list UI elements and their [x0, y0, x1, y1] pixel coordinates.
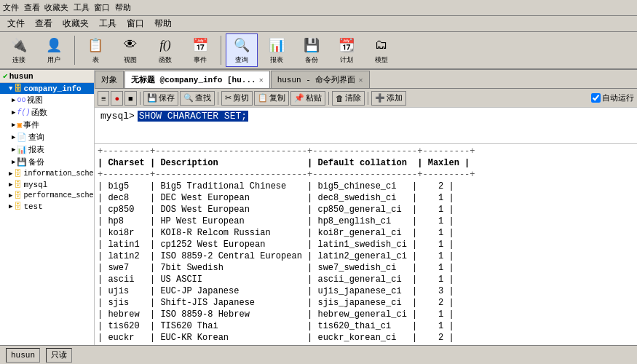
menu-file[interactable]: 文件: [3, 16, 29, 31]
tab-query-label: 无标题 @company_info [hu...: [131, 74, 256, 85]
btn-cut[interactable]: ✂ 剪切: [221, 91, 253, 106]
auto-run-checkbox[interactable]: [591, 93, 601, 103]
btn-paste[interactable]: 📌 粘贴: [290, 91, 325, 106]
btn-function[interactable]: f() 函数: [149, 33, 181, 67]
copy-label: 复制: [269, 92, 285, 103]
db-icon: 🗄: [14, 84, 22, 93]
btn-query[interactable]: 🔍 查询: [226, 33, 258, 67]
paste-icon: 📌: [294, 93, 304, 103]
func-icon: f(): [17, 108, 30, 116]
btn-schedule[interactable]: 📆 计划: [331, 33, 363, 67]
sidebar-sub-backup[interactable]: ▶ 💾 备份: [0, 156, 94, 168]
table-row: | koi8r | KOI8-R Relcom Russian | koi8r_…: [98, 227, 634, 239]
backup-sq-icon: 💾: [17, 157, 27, 167]
menu-view[interactable]: 查看: [31, 16, 57, 31]
menu-help[interactable]: 帮助: [150, 16, 176, 31]
btn-table[interactable]: 📋 表: [79, 33, 111, 67]
table-row: | dec8 | DEC West European | dec8_swedis…: [98, 192, 634, 204]
btn-stop[interactable]: ■: [124, 91, 137, 106]
table-row: | tis620 | TIS620 Thai | tis620_thai_ci …: [98, 320, 634, 332]
tab-query[interactable]: 无标题 @company_info [hu... ✕: [124, 71, 270, 88]
find-label: 查找: [195, 92, 211, 103]
clear-label: 清除: [345, 92, 361, 103]
tab-console-close-icon[interactable]: ✕: [358, 76, 363, 84]
sidebar-sub-event[interactable]: ▶ ▣ 事件: [0, 119, 94, 131]
caret-query: ▶: [12, 133, 15, 141]
menu-favorites[interactable]: 收藏夹: [58, 16, 93, 31]
btn-event-label: 事件: [194, 55, 207, 65]
caret-backup: ▶: [12, 158, 15, 166]
caret-report: ▶: [12, 146, 15, 154]
add-icon: ➕: [375, 93, 385, 103]
btn-add[interactable]: ➕ 添加: [371, 91, 406, 106]
status-readonly: 只读: [46, 348, 72, 363]
btn-menu[interactable]: ≡: [98, 91, 109, 106]
sidebar-db-perf[interactable]: ▶ 🗄 performance_schema: [0, 190, 94, 201]
db-icon-mysql: 🗄: [14, 180, 22, 189]
sidebar-report-label: 报表: [28, 144, 44, 155]
db-caret-info: ▶: [9, 170, 12, 178]
sidebar-db-company[interactable]: ▼ 🗄 company_info: [0, 83, 94, 94]
btn-save[interactable]: 💾 保存: [143, 91, 178, 106]
sidebar-sub-function[interactable]: ▶ f() 函数: [0, 106, 94, 119]
btn-copy[interactable]: 📋 复制: [254, 91, 289, 106]
menu-window[interactable]: 窗口: [122, 16, 149, 31]
btn-table-label: 表: [92, 55, 99, 65]
btn-clear[interactable]: 🗑 清除: [332, 91, 365, 106]
sidebar-db-mysql[interactable]: ▶ 🗄 mysql: [0, 179, 94, 190]
btn-query-label: 查询: [235, 55, 248, 65]
table-row: | swe7 | 7bit Swedish | swe7_swedish_ci …: [98, 262, 634, 274]
caret-view: ▶: [12, 96, 15, 104]
btn-model-label: 模型: [375, 55, 388, 65]
t2-sep-2: [218, 92, 218, 105]
db-caret-perf: ▶: [9, 191, 12, 199]
sidebar-db-company-label: company_info: [23, 84, 81, 93]
db-icon-perf: 🗄: [14, 191, 22, 200]
sidebar-db-test[interactable]: ▶ 🗄 test: [0, 201, 94, 212]
btn-backup[interactable]: 💾 备份: [296, 33, 328, 67]
result-sep-header: +---------+-----------------------------…: [98, 169, 634, 181]
oo-icon: oo: [17, 96, 25, 104]
query-area: 对象 无标题 @company_info [hu... ✕ husun - 命令…: [95, 70, 637, 345]
t2-sep-4: [368, 92, 368, 105]
btn-user[interactable]: 👤 用户: [38, 33, 70, 67]
toolbar-sep-2: [221, 36, 221, 65]
sidebar-connection[interactable]: ✔ husun: [0, 70, 94, 83]
sidebar-db-test-label: test: [23, 202, 42, 211]
table-row: | latin2 | ISO 8859-2 Central European |…: [98, 250, 634, 262]
tab-objects[interactable]: 对象: [95, 71, 124, 88]
connect-icon: 🔌: [10, 36, 28, 54]
schedule-icon: 📆: [338, 36, 355, 54]
btn-find[interactable]: 🔍 查找: [180, 91, 215, 106]
auto-run-label: 自动运行: [602, 92, 634, 103]
db-icon-info: 🗄: [14, 169, 22, 178]
table-row: | sjis | Shift-JIS Japanese | sjis_japan…: [98, 297, 634, 309]
menu-tools[interactable]: 工具: [95, 16, 121, 31]
paste-label: 粘贴: [306, 92, 322, 103]
save-icon: 💾: [147, 93, 157, 103]
btn-view[interactable]: 👁 视图: [114, 33, 146, 67]
btn-connect[interactable]: 🔌 连接: [3, 33, 35, 67]
btn-event[interactable]: 📅 事件: [184, 33, 216, 67]
menu-icon: ≡: [101, 94, 106, 103]
btn-dot-red[interactable]: ●: [111, 91, 123, 106]
btn-report[interactable]: 📊 报表: [261, 33, 293, 67]
sql-command[interactable]: SHOW CHARACTER SET;: [138, 111, 248, 122]
btn-report-label: 报表: [270, 55, 283, 65]
tab-close-icon[interactable]: ✕: [259, 76, 264, 84]
caret-func: ▶: [12, 108, 15, 116]
table-row: | ascii | US ASCII | ascii_general_ci | …: [98, 274, 634, 285]
sidebar-sub-query[interactable]: ▶ 📄 查询: [0, 131, 94, 143]
sidebar-db-perf-label: performance_schema: [23, 191, 94, 199]
sidebar-sub-report[interactable]: ▶ 📊 报表: [0, 143, 94, 156]
tab-bar: 对象 无标题 @company_info [hu... ✕ husun - 命令…: [95, 70, 637, 89]
sidebar-query-label: 查询: [28, 132, 44, 143]
btn-model[interactable]: 🗂 模型: [365, 33, 397, 67]
tab-console[interactable]: husun - 命令列界面 ✕: [271, 71, 370, 88]
btn-connect-label: 连接: [12, 55, 25, 65]
save-label: 保存: [159, 92, 175, 103]
db-caret-test: ▶: [9, 202, 12, 210]
sidebar-db-infoschema[interactable]: ▶ 🗄 information_schema: [0, 168, 94, 179]
sql-editor: mysql> SHOW CHARACTER SET;: [95, 108, 637, 144]
sidebar-sub-view[interactable]: ▶ oo 视图: [0, 94, 94, 106]
